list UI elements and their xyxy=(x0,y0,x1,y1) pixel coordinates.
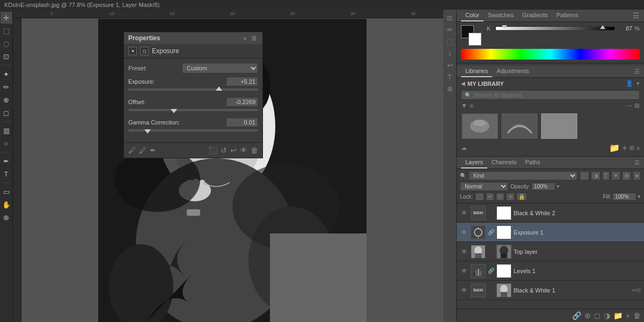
pr-icon-3[interactable]: ⬚ xyxy=(444,35,456,47)
new-group-icon[interactable]: 📁 xyxy=(613,311,623,320)
layer-row-bw2[interactable]: 👁 B&W Black & White 2 xyxy=(457,203,644,223)
blend-mode-select[interactable]: Normal xyxy=(460,182,508,191)
fill-dropdown-icon[interactable]: ▾ xyxy=(638,193,641,200)
lib-filter-btn[interactable]: ▼ xyxy=(461,102,467,109)
move-tool[interactable]: ✛ xyxy=(1,12,12,24)
shape-tool[interactable]: ▭ xyxy=(1,186,12,197)
lib-user-icon[interactable]: 👤 xyxy=(626,80,633,87)
background-swatch[interactable] xyxy=(469,33,481,46)
eyedrop-icon[interactable]: 🖋 xyxy=(128,146,136,155)
tab-color[interactable]: Color xyxy=(461,10,484,21)
add-style-icon[interactable]: ⊕ xyxy=(584,311,591,320)
dodge-tool[interactable]: ○ xyxy=(1,137,12,149)
new-adjustment-icon[interactable]: ◑ xyxy=(604,311,610,320)
tab-layers[interactable]: Layers xyxy=(461,157,487,169)
libraries-panel-menu-icon[interactable]: ☰ xyxy=(634,68,640,75)
pr-icon-1[interactable]: ⚖ xyxy=(444,12,456,24)
preset-select[interactable]: Custom xyxy=(182,63,258,74)
layer-options-bw1[interactable]: ↩⊙ xyxy=(632,287,641,293)
layer-row-exposure1[interactable]: 👁 🔗 Exposure 1 xyxy=(457,223,644,242)
lib-list-icon[interactable]: ≡ xyxy=(636,145,640,151)
lib-grid-btn[interactable]: ⊞ xyxy=(634,102,640,109)
layer-row-top[interactable]: 👁 xyxy=(457,242,644,261)
opacity-input[interactable] xyxy=(531,182,555,191)
zoom-tool[interactable]: ⊕ xyxy=(1,211,12,223)
opacity-dropdown-icon[interactable]: ▾ xyxy=(557,183,560,190)
layer-row-bw1[interactable]: 👁 B&W Black & White 1 ↩⊙ xyxy=(457,281,644,300)
layer-row-levels1[interactable]: 👁 🔗 Levels 1 xyxy=(457,261,644,281)
pr-icon-4[interactable]: ↕ xyxy=(444,47,456,59)
k-slider[interactable] xyxy=(495,26,615,31)
exposure-slider-track[interactable] xyxy=(128,89,258,91)
lock-all-icon[interactable]: 🔒 xyxy=(516,193,527,201)
lock-paint-icon[interactable]: ✏ xyxy=(486,193,494,201)
lasso-tool[interactable]: ◌ xyxy=(1,38,12,49)
clone-tool[interactable]: ⊕ xyxy=(1,94,12,106)
exposure-value[interactable] xyxy=(226,77,258,86)
tab-swatches[interactable]: Swatches xyxy=(484,10,518,21)
lock-artboard-icon[interactable]: ⊡ xyxy=(496,193,504,201)
visibility-icon[interactable]: 👁 xyxy=(240,146,247,155)
layer-filter-pixel-icon[interactable]: ⬚ xyxy=(580,171,589,180)
offset-slider-thumb[interactable] xyxy=(171,109,177,113)
reset-icon[interactable]: ↩ xyxy=(230,146,237,155)
add-mask-icon[interactable]: ◻ xyxy=(594,311,601,320)
lib-view-btn[interactable]: ⋯ xyxy=(626,102,632,109)
tab-patterns[interactable]: Patterns xyxy=(552,10,583,21)
view-icon[interactable]: ↺ xyxy=(221,146,227,155)
eyedrop3-icon[interactable]: ✒ xyxy=(150,146,156,155)
tab-gradients[interactable]: Gradients xyxy=(518,10,552,21)
delete-layer-icon[interactable]: 🗑 xyxy=(633,311,641,320)
lib-preview-3[interactable] xyxy=(540,113,578,140)
layer-filter-adj-icon[interactable]: ◑ xyxy=(591,171,601,180)
pr-icon-5[interactable]: ↩ xyxy=(444,59,456,71)
selection-tool[interactable]: ⬚ xyxy=(1,25,12,36)
pen-tool[interactable]: ✒ xyxy=(1,155,12,167)
delete-icon[interactable]: 🗑 xyxy=(251,146,258,155)
lib-preview-2[interactable] xyxy=(501,113,538,140)
lib-new-icon[interactable]: + xyxy=(622,143,627,153)
gamma-slider-thumb[interactable] xyxy=(144,129,151,134)
lock-transparent-icon[interactable]: ⬚ xyxy=(475,193,484,201)
tab-paths[interactable]: Paths xyxy=(521,157,545,169)
layer-eye-levels1[interactable]: 👁 xyxy=(460,267,469,275)
layer-filter-smart-icon[interactable]: ⊕ xyxy=(622,171,631,180)
gamma-slider-track[interactable] xyxy=(128,129,258,131)
brush-tool[interactable]: ✏ xyxy=(1,81,12,93)
hand-tool[interactable]: ✋ xyxy=(1,199,12,210)
lib-dropdown-icon[interactable]: ▾ xyxy=(636,80,640,87)
layer-filter-type-icon[interactable]: T xyxy=(602,171,610,180)
lib-search-input[interactable] xyxy=(473,92,636,98)
type-tool[interactable]: T xyxy=(1,168,12,180)
layer-eye-top[interactable]: 👁 xyxy=(460,248,469,255)
layer-filter-toggle[interactable]: ● xyxy=(633,171,641,180)
offset-slider-track[interactable] xyxy=(128,109,258,111)
offset-value[interactable] xyxy=(226,97,258,107)
pr-icon-6[interactable]: T xyxy=(444,71,456,83)
pr-icon-2[interactable]: ✏ xyxy=(444,24,456,35)
lib-preview-1[interactable] xyxy=(461,113,499,140)
lock-position-icon[interactable]: ✛ xyxy=(506,193,515,201)
layers-kind-select[interactable]: Kind xyxy=(469,171,577,180)
layers-menu-icon[interactable]: ☰ xyxy=(634,159,640,166)
tab-libraries[interactable]: Libraries xyxy=(461,65,492,77)
pr-icon-7[interactable]: ⊕ xyxy=(444,83,456,94)
properties-expand-btn[interactable]: » xyxy=(241,35,248,42)
lib-arrange-icon[interactable]: ⊞ xyxy=(630,144,634,151)
layer-eye-exposure1[interactable]: 👁 xyxy=(460,229,469,236)
crop-tool[interactable]: ⊡ xyxy=(1,50,12,62)
layer-eye-bw2[interactable]: 👁 xyxy=(460,209,469,217)
eraser-tool[interactable]: ◻ xyxy=(1,107,12,119)
exposure-slider-thumb[interactable] xyxy=(216,86,222,91)
spot-heal-tool[interactable]: ✦ xyxy=(1,68,12,80)
lib-sort-btn[interactable]: ≡ xyxy=(470,102,473,109)
tab-channels[interactable]: Channels xyxy=(487,157,521,169)
color-spectrum[interactable] xyxy=(461,49,640,60)
clip-icon[interactable]: ⬛ xyxy=(208,146,217,155)
layer-eye-bw1[interactable]: 👁 xyxy=(460,287,469,294)
layer-filter-shape-icon[interactable]: ✦ xyxy=(611,171,620,180)
tab-adjustments[interactable]: Adjustments xyxy=(492,65,533,77)
fill-input[interactable] xyxy=(612,193,636,201)
gamma-value[interactable] xyxy=(226,118,258,127)
gradient-tool[interactable]: ▥ xyxy=(1,125,12,136)
